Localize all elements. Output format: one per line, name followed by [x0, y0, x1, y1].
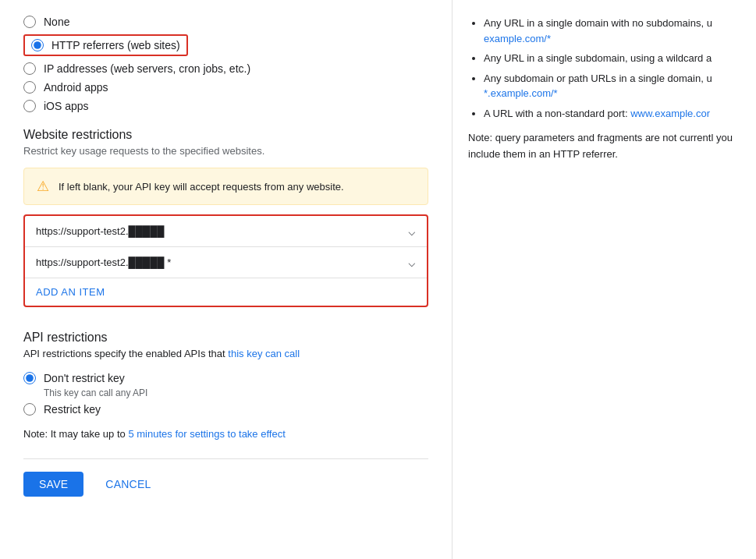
- chevron-down-icon-2: ⌵: [408, 255, 416, 270]
- api-note: Note: It may take up to 5 minutes for se…: [23, 428, 428, 440]
- website-restrictions-section: Website restrictions Restrict key usage …: [23, 128, 428, 307]
- warning-icon: ⚠: [37, 178, 49, 195]
- bullet-item-3: Any subdomain or path URLs in a single d…: [484, 71, 740, 101]
- warning-text: If left blank, your API key will accept …: [59, 181, 344, 193]
- bottom-buttons: SAVE CANCEL: [23, 458, 428, 504]
- left-panel: None HTTP referrers (web sites) IP addre…: [0, 0, 453, 559]
- website-restrictions-title: Website restrictions: [23, 128, 428, 142]
- radio-http-label: HTTP referrers (web sites): [51, 39, 180, 51]
- bullet-list: Any URL in a single domain with no subdo…: [468, 16, 740, 121]
- radio-restrict[interactable]: Restrict key: [23, 403, 428, 416]
- radio-none[interactable]: None: [23, 16, 428, 28]
- radio-ip-label: IP addresses (web servers, cron jobs, et…: [44, 62, 250, 75]
- radio-ios-label: iOS apps: [44, 100, 89, 112]
- radio-android-label: Android apps: [44, 81, 108, 94]
- radio-dont-restrict[interactable]: Don't restrict key: [23, 372, 428, 384]
- add-item-button[interactable]: ADD AN ITEM: [25, 278, 116, 306]
- api-desc-link[interactable]: this key can call: [228, 348, 300, 359]
- api-restrictions-desc: API restrictions specify the enabled API…: [23, 348, 428, 359]
- radio-none-label: None: [44, 16, 69, 28]
- url-text-1: https://support-test2.█████: [36, 225, 165, 237]
- url-list-container: https://support-test2.█████ ⌵ https://su…: [23, 214, 428, 307]
- radio-android[interactable]: Android apps: [23, 81, 428, 94]
- radio-none-input[interactable]: [23, 16, 36, 28]
- save-button[interactable]: SAVE: [23, 472, 83, 497]
- radio-ip-input[interactable]: [23, 62, 36, 75]
- settings-effect-link[interactable]: 5 minutes for settings to take effect: [128, 428, 285, 440]
- radio-http-input[interactable]: [31, 39, 44, 51]
- api-restrictions-title: API restrictions: [23, 331, 428, 345]
- chevron-down-icon-1: ⌵: [408, 224, 416, 239]
- api-restrictions-section: API restrictions API restrictions specif…: [23, 331, 428, 440]
- bullet-item-4: A URL with a non-standard port: www.exam…: [484, 106, 740, 122]
- radio-restrict-input[interactable]: [23, 403, 36, 416]
- radio-ios[interactable]: iOS apps: [23, 100, 428, 112]
- warning-box: ⚠ If left blank, your API key will accep…: [23, 168, 428, 205]
- right-panel: Any URL in a single domain with no subdo…: [453, 0, 756, 559]
- right-panel-note: Note: query parameters and fragments are…: [468, 130, 740, 163]
- url-text-2: https://support-test2.█████ *: [36, 257, 171, 268]
- radio-restrict-label: Restrict key: [44, 403, 101, 416]
- website-restrictions-desc: Restrict key usage requests to the speci…: [23, 145, 428, 157]
- url-item-1[interactable]: https://support-test2.█████ ⌵: [25, 216, 427, 247]
- application-type-radio-group: None HTTP referrers (web sites) IP addre…: [23, 16, 428, 112]
- bullet-item-2: Any URL in a single subdomain, using a w…: [484, 51, 740, 66]
- radio-dont-restrict-input[interactable]: [23, 372, 36, 384]
- cancel-button[interactable]: CANCEL: [96, 472, 160, 497]
- dont-restrict-sublabel: This key can call any API: [44, 387, 428, 398]
- radio-android-input[interactable]: [23, 81, 36, 94]
- radio-dont-restrict-label: Don't restrict key: [44, 372, 125, 384]
- bullet-item-1: Any URL in a single domain with no subdo…: [484, 16, 740, 46]
- radio-ip[interactable]: IP addresses (web servers, cron jobs, et…: [23, 62, 428, 75]
- radio-http-wrapper[interactable]: HTTP referrers (web sites): [23, 34, 188, 56]
- radio-ios-input[interactable]: [23, 100, 36, 112]
- url-item-2[interactable]: https://support-test2.█████ * ⌵: [25, 247, 427, 278]
